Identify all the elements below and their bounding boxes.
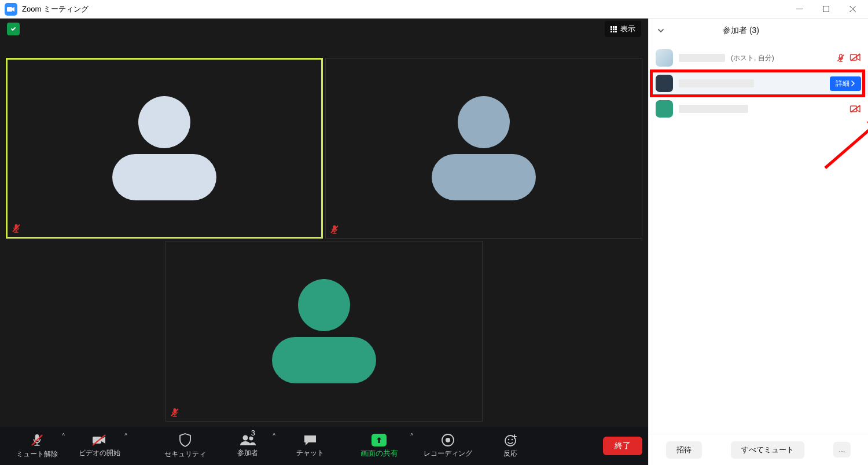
title-bar: Zoom ミーティング [0, 0, 868, 19]
video-button[interactable]: ビデオの開始 ^ [68, 427, 131, 465]
participants-footer: 招待 すべてミュート ... [649, 434, 868, 465]
record-button[interactable]: レコーディング [417, 427, 479, 465]
svg-point-11 [243, 435, 248, 441]
mute-all-button[interactable]: すべてミュート [731, 441, 804, 459]
view-button[interactable]: 表示 [605, 21, 641, 37]
svg-line-23 [825, 124, 868, 168]
muted-mic-icon [329, 224, 340, 235]
video-area: 表示 [0, 19, 648, 465]
encryption-shield-icon[interactable] [7, 23, 20, 35]
avatar [656, 49, 673, 67]
maximize-button[interactable] [812, 0, 839, 19]
collapse-panel-button[interactable] [657, 27, 665, 35]
chevron-up-icon[interactable]: ^ [62, 433, 65, 439]
participants-count: 3 [250, 429, 256, 437]
close-button[interactable] [839, 0, 866, 19]
video-tile[interactable] [165, 241, 483, 422]
participants-button[interactable]: 3 参加者 ^ [216, 427, 279, 465]
chevron-down-icon [657, 27, 665, 35]
meeting-toolbar: ミュート解除 ^ ビデオの開始 ^ セキュリティ 3 参加者 ^ チャット [0, 427, 648, 465]
chevron-up-icon[interactable]: ^ [410, 433, 413, 439]
muted-mic-icon [170, 407, 180, 418]
avatar-placeholder-icon [432, 96, 536, 200]
svg-point-17 [512, 439, 513, 441]
video-off-icon [849, 53, 861, 63]
participants-title: 参加者 (3) [723, 25, 759, 36]
video-tile[interactable] [325, 58, 642, 239]
video-tile[interactable] [6, 58, 323, 239]
muted-mic-icon [836, 53, 846, 63]
invite-button[interactable]: 招待 [666, 441, 702, 459]
record-icon [441, 433, 455, 447]
video-off-icon [849, 104, 861, 113]
more-button[interactable]: ... [833, 442, 851, 457]
minimize-button[interactable] [786, 0, 812, 19]
avatar-placeholder-icon [272, 279, 376, 383]
share-screen-button[interactable]: 画面の共有 ^ [341, 427, 417, 465]
participant-row[interactable]: (ホスト, 自分) [649, 45, 868, 71]
security-button[interactable]: セキュリティ [154, 427, 216, 465]
participant-detail-button[interactable]: 詳細 [830, 76, 861, 91]
mute-button[interactable]: ミュート解除 ^ [6, 427, 68, 465]
participant-name [679, 54, 725, 62]
shield-icon [178, 433, 192, 448]
chevron-right-icon [851, 80, 855, 86]
svg-rect-0 [7, 7, 12, 12]
annotation-arrow-icon [750, 122, 868, 174]
zoom-app-icon [5, 3, 17, 16]
participant-name [679, 79, 754, 87]
chat-icon [303, 434, 318, 446]
emoji-plus-icon [503, 433, 517, 447]
muted-mic-icon [11, 223, 21, 233]
chevron-up-icon[interactable]: ^ [273, 433, 275, 439]
reactions-button[interactable]: 反応 [479, 427, 542, 465]
view-label: 表示 [620, 24, 635, 34]
participant-name [679, 105, 748, 113]
avatar [656, 75, 673, 92]
svg-point-16 [508, 439, 510, 441]
window-title: Zoom ミーティング [22, 4, 89, 14]
camera-slash-icon [91, 434, 108, 446]
share-screen-icon [372, 434, 387, 446]
avatar [656, 100, 673, 118]
svg-point-14 [446, 438, 450, 442]
avatar-placeholder-icon [112, 96, 216, 200]
participant-row[interactable]: 詳細 [649, 71, 868, 96]
participant-role: (ホスト, 自分) [731, 53, 774, 63]
grid-icon [610, 26, 617, 32]
end-meeting-button[interactable]: 終了 [603, 437, 642, 455]
participants-panel: 参加者 (3) (ホスト, 自分) 詳細 [648, 19, 868, 465]
chevron-up-icon[interactable]: ^ [124, 433, 127, 439]
mic-slash-icon [30, 433, 45, 448]
svg-rect-2 [823, 6, 829, 12]
chat-button[interactable]: チャット [279, 427, 341, 465]
participant-row[interactable] [649, 96, 868, 122]
